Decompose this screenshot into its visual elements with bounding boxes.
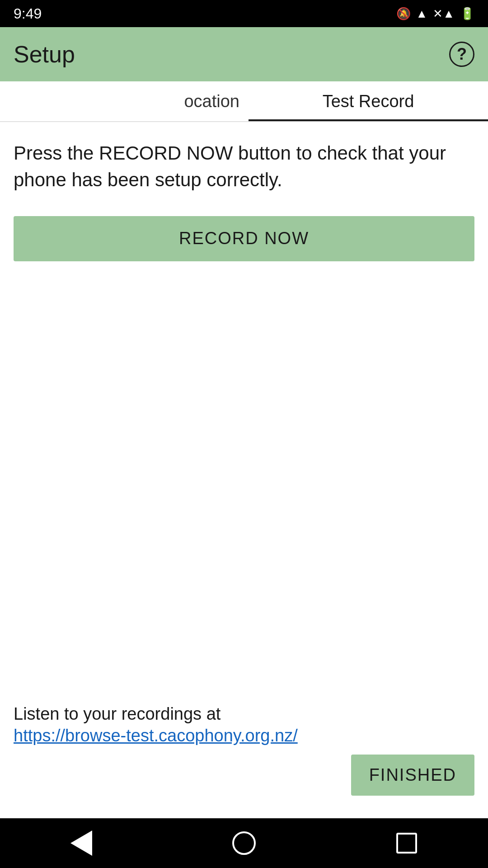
tab-location-label: ocation <box>184 92 239 111</box>
recents-button[interactable] <box>389 825 425 861</box>
app-bar: Setup ? <box>0 27 488 81</box>
tab-bar: ocation Test Record <box>0 81 488 122</box>
finished-button[interactable]: FINISHED <box>351 755 474 796</box>
wifi-icon: ▲ <box>416 7 428 21</box>
back-icon <box>70 830 92 856</box>
help-button[interactable]: ? <box>449 42 474 67</box>
home-icon <box>232 831 256 855</box>
tab-test-record-label: Test Record <box>323 92 414 111</box>
back-button[interactable] <box>63 825 99 861</box>
instruction-text: Press the RECORD NOW button to check tha… <box>14 140 474 193</box>
nav-bar <box>0 818 488 868</box>
recents-icon <box>396 833 417 854</box>
listen-section: Listen to your recordings at https://bro… <box>14 702 474 745</box>
listen-text: Listen to your recordings at <box>14 704 221 723</box>
battery-icon: 🔋 <box>460 7 474 21</box>
status-time: 9:49 <box>14 5 42 22</box>
app-title: Setup <box>14 41 75 68</box>
tab-test-record[interactable]: Test Record <box>249 81 488 121</box>
tab-location[interactable]: ocation <box>0 81 249 121</box>
content-area: Press the RECORD NOW button to check tha… <box>0 122 488 275</box>
bottom-section: Listen to your recordings at https://bro… <box>0 702 488 809</box>
signal-icon: ✕▲ <box>433 7 455 21</box>
status-icons: 🔕 ▲ ✕▲ 🔋 <box>396 7 474 21</box>
help-icon: ? <box>457 45 467 64</box>
mute-icon: 🔕 <box>396 7 411 21</box>
record-now-button[interactable]: RECORD NOW <box>14 216 474 261</box>
status-bar: 9:49 🔕 ▲ ✕▲ 🔋 <box>0 0 488 27</box>
listen-link[interactable]: https://browse-test.cacophony.org.nz/ <box>14 726 298 745</box>
home-button[interactable] <box>226 825 262 861</box>
